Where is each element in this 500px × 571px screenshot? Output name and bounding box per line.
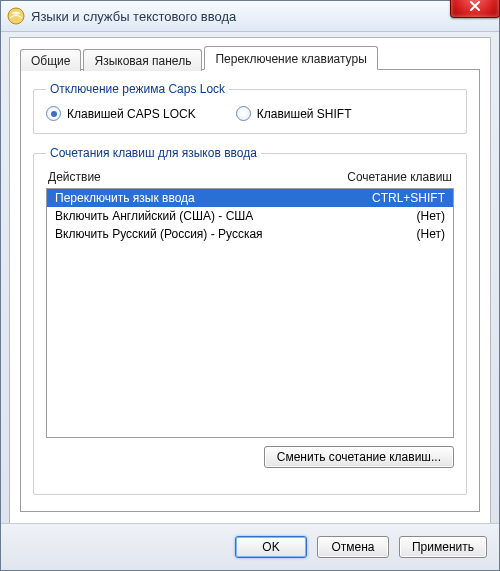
- row-action: Включить Русский (Россия) - Русская: [55, 227, 263, 241]
- window-title: Языки и службы текстового ввода: [31, 9, 236, 24]
- titlebar: Языки и службы текстового ввода: [1, 1, 499, 32]
- tab-keyboard-switch[interactable]: Переключение клавиатуры: [204, 46, 377, 70]
- radio-label: Клавишей CAPS LOCK: [67, 107, 196, 121]
- row-action: Включить Английский (США) - США: [55, 209, 253, 223]
- change-shortcut-button[interactable]: Сменить сочетание клавиш...: [264, 446, 454, 468]
- hotkeys-group: Сочетания клавиш для языков ввода Действ…: [33, 146, 467, 495]
- list-headers: Действие Сочетание клавиш: [46, 170, 454, 188]
- list-item[interactable]: Переключить язык ввода CTRL+SHIFT: [47, 189, 453, 207]
- row-shortcut: (Нет): [417, 209, 445, 223]
- col-action: Действие: [48, 170, 101, 184]
- change-button-row: Сменить сочетание клавиш...: [46, 446, 454, 468]
- cancel-button[interactable]: Отмена: [317, 536, 389, 558]
- row-shortcut: (Нет): [417, 227, 445, 241]
- radio-dot-icon: [46, 106, 61, 121]
- client-area: Общие Языковая панель Переключение клави…: [9, 37, 491, 524]
- radio-shift[interactable]: Клавишей SHIFT: [236, 106, 352, 121]
- tab-label: Языковая панель: [94, 54, 191, 68]
- capslock-group: Отключение режима Caps Lock Клавишей CAP…: [33, 82, 467, 134]
- close-icon: [469, 0, 481, 12]
- tab-language-bar[interactable]: Языковая панель: [83, 49, 202, 71]
- tab-general[interactable]: Общие: [20, 49, 81, 71]
- list-item[interactable]: Включить Русский (Россия) - Русская (Нет…: [47, 225, 453, 243]
- row-action: Переключить язык ввода: [55, 191, 195, 205]
- col-shortcut: Сочетание клавиш: [347, 170, 452, 184]
- tab-label: Общие: [31, 54, 70, 68]
- svg-point-1: [12, 11, 20, 14]
- tab-label: Переключение клавиатуры: [215, 52, 366, 66]
- app-icon: [7, 7, 25, 25]
- dialog-window: Языки и службы текстового ввода Общие Яз…: [0, 0, 500, 571]
- tabpanel-keyboard-switch: Отключение режима Caps Lock Клавишей CAP…: [20, 69, 480, 512]
- apply-button[interactable]: Применить: [399, 536, 487, 558]
- group-legend: Сочетания клавиш для языков ввода: [46, 146, 261, 160]
- capslock-radio-row: Клавишей CAPS LOCK Клавишей SHIFT: [46, 106, 454, 121]
- hotkeys-listbox[interactable]: Переключить язык ввода CTRL+SHIFT Включи…: [46, 188, 454, 438]
- radio-capslock[interactable]: Клавишей CAPS LOCK: [46, 106, 196, 121]
- group-legend: Отключение режима Caps Lock: [46, 82, 229, 96]
- tabstrip: Общие Языковая панель Переключение клави…: [20, 46, 480, 70]
- ok-button[interactable]: OK: [235, 536, 307, 558]
- radio-dot-icon: [236, 106, 251, 121]
- dialog-footer: OK Отмена Применить: [1, 523, 499, 570]
- list-item[interactable]: Включить Английский (США) - США (Нет): [47, 207, 453, 225]
- row-shortcut: CTRL+SHIFT: [372, 191, 445, 205]
- close-button[interactable]: [450, 0, 500, 18]
- radio-label: Клавишей SHIFT: [257, 107, 352, 121]
